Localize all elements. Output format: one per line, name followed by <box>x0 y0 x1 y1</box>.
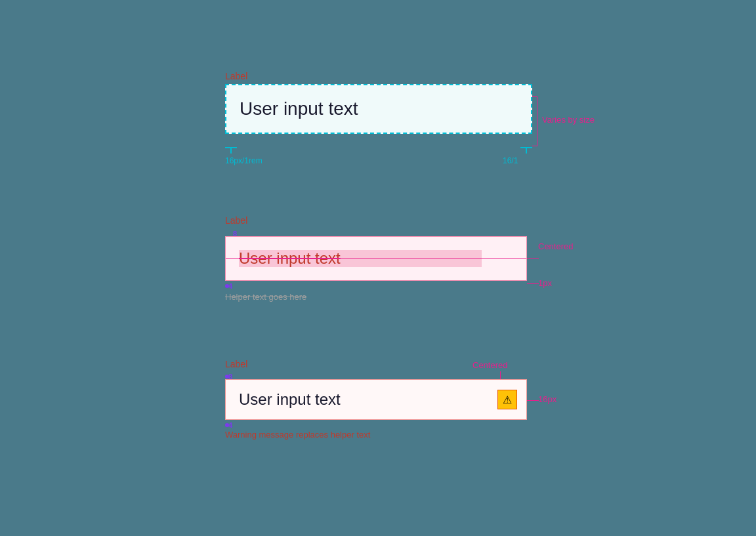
section3-dot-bottom <box>225 423 229 427</box>
section3-input-text: User input text <box>239 390 341 409</box>
section3-dot-top <box>225 375 229 379</box>
section2-label: Label <box>225 215 247 226</box>
section2-centered-label: Centered <box>538 241 573 251</box>
section2-1px-line <box>527 283 539 284</box>
section1-label: Label <box>225 71 532 81</box>
right-bracket <box>520 147 532 154</box>
section1-input-box[interactable]: User input text <box>225 84 532 134</box>
section1: Label User input text <box>225 71 532 134</box>
section1-input-text: User input text <box>240 98 358 119</box>
left-bracket-v <box>230 148 232 154</box>
right-bracket-v <box>526 148 527 154</box>
section2-1px-label: 1px <box>538 278 552 288</box>
section3-warning-message: Warning message replaces helper text <box>225 430 370 440</box>
section3-input-box[interactable]: User input text ⚠ <box>225 379 527 420</box>
section2-input-box[interactable]: User input text <box>225 236 527 281</box>
varies-bracket <box>532 96 537 146</box>
section3-16px-line <box>527 400 539 401</box>
section3-centered-label: Centered <box>472 360 507 370</box>
section2-input-text: User input text <box>239 249 341 268</box>
dim-left-label: 16px/1rem <box>225 156 262 165</box>
left-bracket <box>225 147 237 154</box>
section3-16px-label: 16px <box>538 394 556 404</box>
section3-label: Label <box>225 359 247 369</box>
main-container: Label User input text 16px/1rem 16/1 Var… <box>0 0 756 536</box>
section2-dot <box>225 284 229 288</box>
section1-dim-arrows <box>225 147 532 154</box>
section2-centered-line <box>527 258 539 259</box>
varies-label: Varies by size <box>542 115 595 125</box>
dim-right-label: 16/1 <box>503 156 518 165</box>
warning-icon-symbol: ⚠ <box>503 394 512 406</box>
warning-icon: ⚠ <box>497 390 517 409</box>
section2-helper-text: Helper text goes here <box>225 292 306 302</box>
